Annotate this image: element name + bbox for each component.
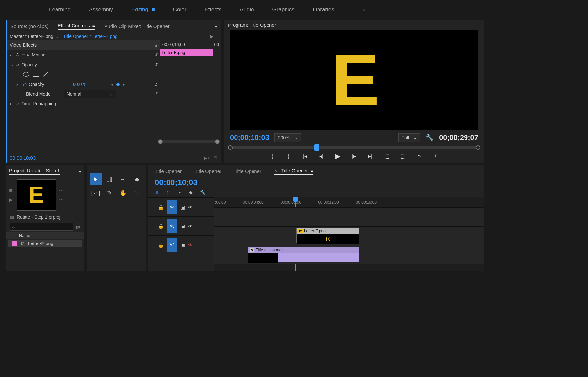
ws-graphics[interactable]: Graphics bbox=[272, 7, 295, 13]
panel-menu-icon[interactable]: ≡ bbox=[311, 168, 314, 173]
wrench-icon[interactable]: 🔧 bbox=[426, 134, 434, 142]
hand-tool-icon[interactable]: ✋ bbox=[117, 187, 129, 199]
timeline-tab-3[interactable]: Title Opener bbox=[235, 168, 261, 174]
project-item-row[interactable]: 🗎 Letter-E.png bbox=[8, 240, 82, 247]
marker-icon[interactable]: ◆ bbox=[189, 190, 193, 195]
linked-selection-icon[interactable]: ⫘ bbox=[177, 190, 182, 195]
transform-icon[interactable]: ▭ bbox=[21, 52, 25, 57]
mark-in-icon[interactable]: { bbox=[269, 153, 276, 159]
lock-icon[interactable]: 🔓 bbox=[158, 224, 164, 229]
fx-badge-icon[interactable]: fx bbox=[16, 53, 19, 57]
sync-lock-icon[interactable]: ▣ bbox=[181, 243, 185, 248]
ws-libraries[interactable]: Libraries bbox=[313, 7, 334, 13]
ws-audio[interactable]: Audio bbox=[240, 7, 254, 13]
scrub-start-handle[interactable] bbox=[228, 145, 233, 150]
pen-mask-icon[interactable] bbox=[42, 71, 48, 77]
hamburger-icon[interactable]: ≡ bbox=[152, 7, 155, 13]
twirl-down-icon[interactable]: ⌄ bbox=[10, 62, 14, 67]
stopwatch-icon[interactable]: ◷ bbox=[23, 82, 27, 87]
collapse-up-icon[interactable]: ▴ bbox=[155, 42, 157, 48]
magnet-icon[interactable]: ⋂ bbox=[167, 190, 170, 195]
ec-footer-timecode[interactable]: 00;00;10;03 bbox=[10, 155, 36, 161]
overflow-icon[interactable]: » bbox=[416, 153, 423, 159]
camera-icon[interactable]: ▣ bbox=[9, 187, 13, 193]
reset-icon[interactable]: ↺ bbox=[152, 61, 160, 69]
go-to-out-icon[interactable]: ▸| bbox=[367, 153, 374, 159]
chevron-down-icon[interactable]: ⌄ bbox=[55, 34, 59, 39]
scroll-thumb-left[interactable] bbox=[158, 139, 163, 144]
sync-lock-icon[interactable]: ▣ bbox=[181, 224, 185, 229]
ws-color[interactable]: Color bbox=[173, 7, 187, 13]
search-input[interactable]: ⌕ bbox=[10, 223, 73, 231]
project-tab[interactable]: Project: Rotate - Step 1 bbox=[9, 168, 60, 175]
track-v3-label[interactable]: V3 bbox=[167, 219, 177, 233]
list-header-name[interactable]: Name bbox=[6, 232, 84, 239]
ec-scrollbar[interactable] bbox=[160, 140, 218, 143]
prev-keyframe-icon[interactable]: ◂ bbox=[111, 82, 113, 87]
rect-mask-icon[interactable] bbox=[33, 72, 39, 77]
mark-out-icon[interactable]: } bbox=[285, 153, 293, 159]
timeline-ruler[interactable]: ;00;00 00;00;04;00 00;00;08;00 00;00;12;… bbox=[214, 197, 484, 207]
reset-icon[interactable]: ↺ bbox=[152, 80, 160, 88]
list-dots-icon[interactable]: ⋯ bbox=[59, 197, 64, 202]
clip-title-alpha[interactable]: fxTitle+alpha.mov bbox=[248, 247, 359, 262]
tab-source[interactable]: Source: (no clips) bbox=[10, 24, 49, 29]
panel-overflow-icon[interactable]: » bbox=[214, 24, 217, 29]
eye-icon[interactable]: 👁 bbox=[188, 224, 193, 229]
project-thumbnail[interactable]: E bbox=[17, 179, 56, 211]
track-select-tool-icon[interactable]: ⟦⟧ bbox=[104, 173, 115, 185]
reset-icon[interactable]: ↺ bbox=[152, 90, 160, 98]
ws-effects[interactable]: Effects bbox=[204, 7, 221, 13]
panel-menu-icon[interactable]: ≡ bbox=[92, 23, 95, 28]
ws-learning[interactable]: Learning bbox=[49, 7, 71, 13]
motion-row[interactable]: › fx ▭ ▸ Motion ↺ bbox=[7, 50, 160, 60]
master-clip-label[interactable]: Master * Letter-E.png bbox=[10, 34, 53, 39]
extract-icon[interactable]: ⬚ bbox=[399, 153, 407, 159]
play-icon[interactable]: ▶ bbox=[9, 197, 13, 202]
ec-clip-bar[interactable]: Letter-E.png bbox=[160, 49, 213, 56]
ripple-edit-tool-icon[interactable]: ↔| bbox=[117, 173, 129, 185]
program-monitor[interactable]: E bbox=[230, 30, 478, 130]
program-scrubber[interactable] bbox=[230, 146, 478, 149]
twirl-right-icon[interactable]: › bbox=[16, 82, 21, 87]
lock-icon[interactable]: 🔓 bbox=[158, 205, 164, 210]
eye-icon[interactable]: 👁 bbox=[188, 205, 193, 210]
scrub-end-handle[interactable] bbox=[476, 145, 480, 150]
play-icon[interactable]: ▶ bbox=[334, 152, 342, 160]
sync-lock-icon[interactable]: ▣ bbox=[181, 205, 185, 210]
track-v3-header[interactable]: 🔓 V3 ▣ 👁 bbox=[148, 216, 214, 235]
panel-menu-icon[interactable]: ≡ bbox=[280, 22, 283, 28]
tab-effect-controls[interactable]: Effect Controls ≡ bbox=[58, 23, 95, 30]
label-color-swatch[interactable] bbox=[12, 241, 17, 246]
twirl-right-icon[interactable]: › bbox=[10, 101, 14, 106]
step-forward-icon[interactable]: |▸ bbox=[350, 153, 358, 159]
slip-tool-icon[interactable]: |↔| bbox=[90, 187, 102, 199]
program-timecode[interactable]: 00;00;10;03 bbox=[230, 134, 269, 142]
sequence-clip-label[interactable]: Title Opener * Letter-E.png bbox=[63, 34, 118, 39]
track-v4-lane[interactable] bbox=[214, 207, 484, 226]
add-button-icon[interactable]: + bbox=[432, 153, 440, 159]
play-icon[interactable]: ▶ bbox=[210, 34, 214, 39]
selection-tool-icon[interactable] bbox=[90, 173, 102, 185]
scroll-thumb-right[interactable] bbox=[215, 139, 220, 144]
timeline-timecode[interactable]: 00;00;10;03 bbox=[155, 178, 198, 187]
eye-off-icon[interactable]: 👁 bbox=[188, 243, 193, 248]
video-effects-header[interactable]: Video Effects ▴ bbox=[7, 40, 160, 50]
time-remapping-row[interactable]: › fx Time Remapping bbox=[7, 99, 160, 109]
ws-overflow-icon[interactable]: » bbox=[362, 7, 365, 12]
lock-icon[interactable]: 🔓 bbox=[158, 243, 164, 248]
snap-icon[interactable]: ⁂ bbox=[155, 190, 159, 195]
ws-editing[interactable]: Editing ≡ bbox=[131, 7, 155, 13]
settings-icon[interactable]: 🔧 bbox=[200, 190, 205, 195]
ec-mini-timeline[interactable]: 00;00;16;00 00 Letter-E.png bbox=[160, 40, 221, 153]
playhead-handle[interactable] bbox=[314, 144, 319, 151]
type-tool-icon[interactable]: T bbox=[131, 187, 143, 199]
export-frame-icon[interactable]: ⇱ bbox=[214, 155, 218, 161]
track-v3-lane[interactable]: fxLetter-E.png E bbox=[214, 226, 484, 245]
close-tab-icon[interactable]: × bbox=[274, 168, 277, 173]
add-keyframe-icon[interactable] bbox=[116, 82, 120, 86]
pen-tool-icon[interactable]: ✎ bbox=[104, 187, 115, 199]
tab-audio-mixer[interactable]: Audio Clip Mixer: Title Opener bbox=[105, 24, 170, 29]
ws-assembly[interactable]: Assembly bbox=[89, 7, 113, 13]
go-to-in-icon[interactable]: |◂ bbox=[301, 153, 309, 159]
